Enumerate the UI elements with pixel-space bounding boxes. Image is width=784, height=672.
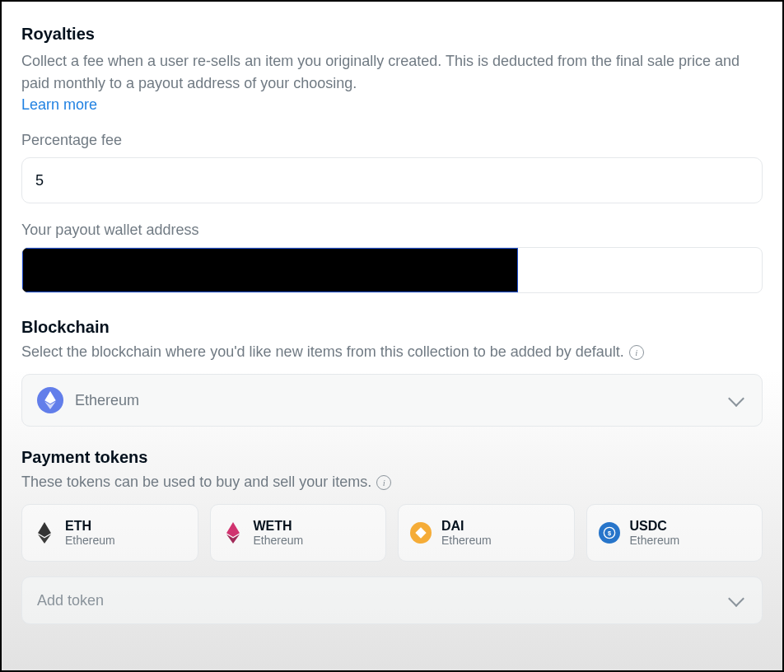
- weth-icon: [222, 522, 244, 544]
- blockchain-section: Blockchain Select the blockchain where y…: [21, 318, 763, 427]
- ethereum-icon: [37, 387, 63, 413]
- blockchain-select[interactable]: Ethereum: [21, 374, 763, 427]
- payment-tokens-title: Payment tokens: [21, 448, 763, 467]
- chevron-down-icon: [728, 390, 744, 407]
- token-list: ETH Ethereum WETH Ethereum DAI Ethereum: [21, 504, 763, 562]
- royalties-section: Royalties Collect a fee when a user re-s…: [21, 25, 763, 293]
- svg-text:$: $: [607, 530, 610, 537]
- token-symbol: WETH: [254, 518, 304, 534]
- blockchain-title: Blockchain: [21, 318, 763, 337]
- eth-icon: [34, 522, 55, 544]
- royalties-description: Collect a fee when a user re-sells an it…: [21, 50, 763, 95]
- token-chain: Ethereum: [441, 534, 492, 548]
- add-token-select[interactable]: Add token: [21, 576, 763, 624]
- token-symbol: USDC: [630, 518, 680, 534]
- payout-address-input[interactable]: [21, 247, 763, 293]
- token-card-dai[interactable]: DAI Ethereum: [398, 504, 575, 562]
- percentage-fee-label: Percentage fee: [21, 132, 763, 149]
- add-token-label: Add token: [37, 592, 104, 609]
- token-chain: Ethereum: [630, 534, 680, 548]
- token-chain: Ethereum: [65, 534, 115, 548]
- info-icon[interactable]: i: [629, 345, 644, 360]
- percentage-fee-input[interactable]: [21, 157, 763, 203]
- token-symbol: ETH: [65, 518, 115, 534]
- redacted-value: [22, 248, 518, 292]
- usdc-icon: $: [599, 522, 620, 544]
- payment-tokens-description: These tokens can be used to buy and sell…: [21, 474, 371, 491]
- blockchain-selected-value: Ethereum: [75, 392, 139, 409]
- royalties-title: Royalties: [21, 25, 763, 44]
- payment-tokens-section: Payment tokens These tokens can be used …: [21, 448, 763, 624]
- token-card-weth[interactable]: WETH Ethereum: [210, 504, 387, 562]
- blockchain-description: Select the blockchain where you'd like n…: [21, 343, 624, 361]
- chevron-down-icon: [728, 590, 744, 607]
- token-card-eth[interactable]: ETH Ethereum: [21, 504, 198, 562]
- token-card-usdc[interactable]: $ USDC Ethereum: [586, 504, 763, 562]
- learn-more-link[interactable]: Learn more: [21, 96, 97, 114]
- payout-address-label: Your payout wallet address: [21, 222, 763, 239]
- token-chain: Ethereum: [254, 534, 304, 548]
- token-symbol: DAI: [441, 518, 492, 534]
- info-icon[interactable]: i: [376, 475, 391, 490]
- dai-icon: [410, 522, 432, 544]
